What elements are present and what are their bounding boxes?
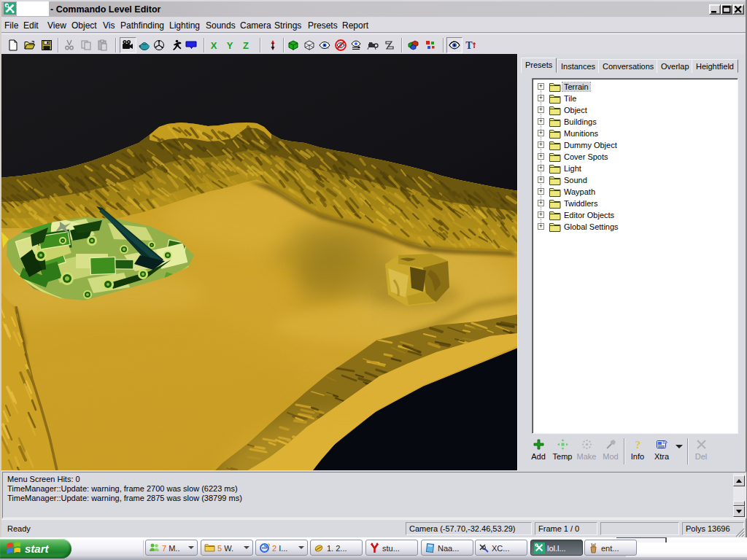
svg-text:Z: Z [243,40,249,51]
svg-text:T: T [465,40,473,51]
svg-text:X: X [211,40,217,51]
svg-text:Y: Y [227,40,233,51]
svg-text:?: ? [635,439,640,451]
